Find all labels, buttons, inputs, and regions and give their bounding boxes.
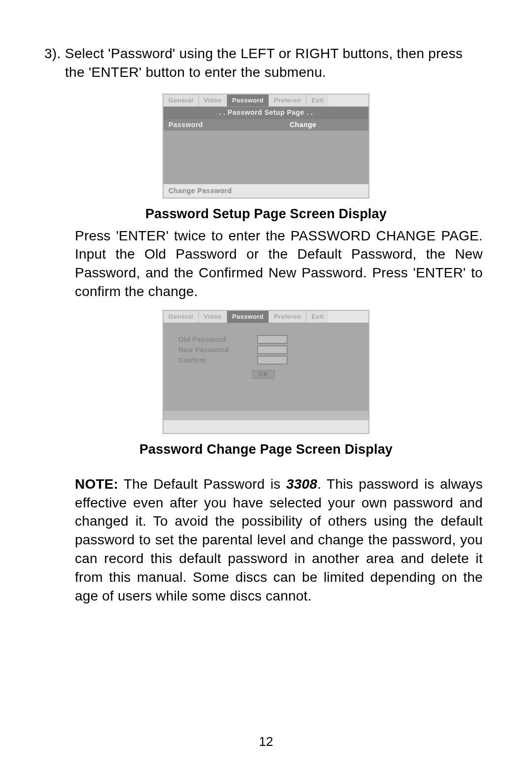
tab2-general[interactable]: General (164, 311, 199, 323)
step-3-line1: 3). Select 'Password' using the LEFT or … (44, 46, 463, 61)
old-password-row: Old Password (178, 335, 354, 344)
page-number: 12 (0, 734, 532, 749)
note-paragraph: NOTE: The Default Password is 3308. This… (44, 475, 488, 605)
tab-general[interactable]: General (164, 95, 199, 106)
step-3-text: 3). Select 'Password' using the LEFT or … (44, 44, 488, 82)
step-3-line2: the 'ENTER' button to enter the submenu. (44, 63, 488, 82)
tab2-video[interactable]: Video (199, 311, 228, 323)
confirm-password-label: Confirm (178, 356, 252, 364)
tab-preference[interactable]: Preferen (269, 95, 306, 106)
password-row[interactable]: Password Change (164, 119, 368, 131)
password-change-screenshot: General Video Password Preferen Exit Old… (163, 310, 369, 434)
note-password-code: 3308 (286, 476, 317, 492)
confirm-password-row: Confirm (178, 356, 354, 365)
ok-row: OK (178, 369, 354, 379)
confirm-password-input[interactable] (257, 356, 288, 365)
ok-button[interactable]: OK (252, 370, 275, 379)
setup-tabs: General Video Password Preferen Exit (164, 95, 368, 107)
note-pre: The Default Password is (118, 476, 286, 492)
new-password-row: New Password (178, 345, 354, 354)
note-post: . This password is always effective even… (75, 476, 483, 603)
tab-exit[interactable]: Exit (306, 95, 329, 106)
caption-setup: Password Setup Page Screen Display (44, 206, 488, 222)
change-spacer (164, 411, 368, 420)
change-tabs: General Video Password Preferen Exit (164, 311, 368, 323)
note-label: NOTE: (75, 476, 118, 492)
setup-status-bar: Change Password (164, 184, 368, 198)
tab2-preference[interactable]: Preferen (269, 311, 306, 323)
change-form: Old Password New Password Confirm OK (164, 323, 368, 411)
para-change-instructions: Press 'ENTER' twice to enter the PASSWOR… (44, 227, 488, 301)
tab-video[interactable]: Video (199, 95, 228, 106)
change-status-bar (164, 420, 368, 433)
new-password-input[interactable] (257, 345, 288, 354)
password-setup-screenshot: General Video Password Preferen Exit . .… (163, 94, 369, 199)
manual-page: 3). Select 'Password' using the LEFT or … (0, 0, 532, 770)
caption-change: Password Change Page Screen Display (44, 442, 488, 457)
old-password-input[interactable] (257, 335, 288, 344)
tab2-password[interactable]: Password (227, 311, 269, 323)
setup-subtitle: . . Password Setup Page . . (164, 107, 368, 119)
password-row-label: Password (164, 119, 285, 131)
tab2-exit[interactable]: Exit (306, 311, 329, 323)
password-row-value: Change (285, 119, 368, 131)
new-password-label: New Password (178, 346, 252, 354)
tab-password[interactable]: Password (227, 95, 269, 106)
setup-blank-area (164, 131, 368, 184)
setup-body: Password Change (164, 119, 368, 184)
old-password-label: Old Password (178, 335, 252, 343)
